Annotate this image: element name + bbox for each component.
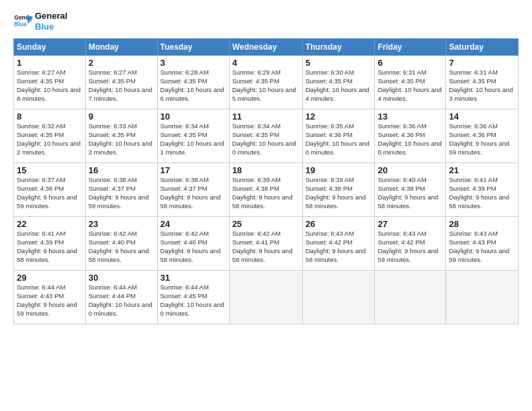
day-number: 24 xyxy=(161,219,226,229)
header-cell-sunday: Sunday xyxy=(14,39,86,56)
day-number: 4 xyxy=(232,58,300,68)
calendar-cell: 11 Sunrise: 6:34 AM Sunset: 4:35 PM Dayl… xyxy=(229,109,302,163)
calendar-cell: 5 Sunrise: 6:30 AM Sunset: 4:35 PM Dayli… xyxy=(302,56,375,109)
day-number: 19 xyxy=(306,165,372,175)
svg-text:Blue: Blue xyxy=(14,21,27,28)
day-number: 12 xyxy=(306,111,372,122)
day-info: Sunrise: 6:38 AM Sunset: 4:37 PM Dayligh… xyxy=(89,176,154,210)
day-number: 15 xyxy=(17,165,83,175)
calendar-cell: 3 Sunrise: 6:28 AM Sunset: 4:35 PM Dayli… xyxy=(157,56,229,109)
day-number: 3 xyxy=(161,58,226,68)
day-number: 1 xyxy=(17,58,83,68)
day-number: 10 xyxy=(161,111,226,122)
day-info: Sunrise: 6:31 AM Sunset: 4:35 PM Dayligh… xyxy=(378,68,443,103)
calendar-cell xyxy=(446,271,519,324)
calendar-cell: 8 Sunrise: 6:32 AM Sunset: 4:35 PM Dayli… xyxy=(14,109,86,163)
header-cell-thursday: Thursday xyxy=(302,39,375,56)
day-info: Sunrise: 6:44 AM Sunset: 4:45 PM Dayligh… xyxy=(161,283,226,318)
day-info: Sunrise: 6:38 AM Sunset: 4:37 PM Dayligh… xyxy=(161,176,226,210)
day-info: Sunrise: 6:31 AM Sunset: 4:35 PM Dayligh… xyxy=(449,68,515,103)
day-number: 8 xyxy=(17,111,83,122)
calendar-cell: 13 Sunrise: 6:36 AM Sunset: 4:36 PM Dayl… xyxy=(375,109,446,163)
day-info: Sunrise: 6:32 AM Sunset: 4:35 PM Dayligh… xyxy=(17,122,83,156)
day-number: 20 xyxy=(378,165,443,175)
calendar-cell: 16 Sunrise: 6:38 AM Sunset: 4:37 PM Dayl… xyxy=(85,163,157,217)
header-cell-tuesday: Tuesday xyxy=(157,39,229,56)
day-info: Sunrise: 6:33 AM Sunset: 4:35 PM Dayligh… xyxy=(89,122,154,156)
day-info: Sunrise: 6:42 AM Sunset: 4:40 PM Dayligh… xyxy=(161,230,226,264)
calendar-week-row: 15 Sunrise: 6:37 AM Sunset: 4:36 PM Dayl… xyxy=(14,163,519,217)
calendar-cell: 21 Sunrise: 6:41 AM Sunset: 4:39 PM Dayl… xyxy=(446,163,519,217)
day-info: Sunrise: 6:35 AM Sunset: 4:36 PM Dayligh… xyxy=(306,122,372,156)
day-number: 26 xyxy=(306,219,372,229)
day-info: Sunrise: 6:43 AM Sunset: 4:42 PM Dayligh… xyxy=(378,230,443,264)
calendar-cell: 27 Sunrise: 6:43 AM Sunset: 4:42 PM Dayl… xyxy=(375,217,446,271)
day-number: 31 xyxy=(161,273,226,283)
day-info: Sunrise: 6:42 AM Sunset: 4:41 PM Dayligh… xyxy=(232,230,300,264)
calendar-body: 1 Sunrise: 6:27 AM Sunset: 4:35 PM Dayli… xyxy=(14,56,519,324)
calendar-week-row: 8 Sunrise: 6:32 AM Sunset: 4:35 PM Dayli… xyxy=(14,109,519,163)
calendar-week-row: 29 Sunrise: 6:44 AM Sunset: 4:43 PM Dayl… xyxy=(14,271,519,324)
calendar-cell: 24 Sunrise: 6:42 AM Sunset: 4:40 PM Dayl… xyxy=(157,217,229,271)
day-number: 18 xyxy=(232,165,300,175)
header: General Blue General Blue xyxy=(13,11,519,32)
calendar-cell xyxy=(302,271,375,324)
calendar-cell: 15 Sunrise: 6:37 AM Sunset: 4:36 PM Dayl… xyxy=(14,163,86,217)
page: General Blue General Blue SundayMondayTu… xyxy=(0,0,532,411)
day-number: 25 xyxy=(232,219,300,229)
calendar-week-row: 22 Sunrise: 6:41 AM Sunset: 4:39 PM Dayl… xyxy=(14,217,519,271)
calendar-cell: 25 Sunrise: 6:42 AM Sunset: 4:41 PM Dayl… xyxy=(229,217,302,271)
calendar-cell: 20 Sunrise: 6:40 AM Sunset: 4:38 PM Dayl… xyxy=(375,163,446,217)
day-info: Sunrise: 6:27 AM Sunset: 4:35 PM Dayligh… xyxy=(17,68,83,103)
logo-text: General Blue xyxy=(35,11,67,32)
day-info: Sunrise: 6:41 AM Sunset: 4:39 PM Dayligh… xyxy=(17,230,83,264)
day-info: Sunrise: 6:34 AM Sunset: 4:35 PM Dayligh… xyxy=(232,122,300,156)
calendar-cell: 1 Sunrise: 6:27 AM Sunset: 4:35 PM Dayli… xyxy=(14,56,86,109)
day-info: Sunrise: 6:44 AM Sunset: 4:43 PM Dayligh… xyxy=(17,283,83,318)
day-number: 7 xyxy=(449,58,515,68)
calendar-cell: 10 Sunrise: 6:34 AM Sunset: 4:35 PM Dayl… xyxy=(157,109,229,163)
day-info: Sunrise: 6:40 AM Sunset: 4:38 PM Dayligh… xyxy=(378,176,443,210)
header-cell-wednesday: Wednesday xyxy=(229,39,302,56)
day-number: 30 xyxy=(89,273,154,283)
calendar-cell: 6 Sunrise: 6:31 AM Sunset: 4:35 PM Dayli… xyxy=(375,56,446,109)
calendar-week-row: 1 Sunrise: 6:27 AM Sunset: 4:35 PM Dayli… xyxy=(14,56,519,109)
day-number: 21 xyxy=(449,165,515,175)
day-info: Sunrise: 6:39 AM Sunset: 4:38 PM Dayligh… xyxy=(306,176,372,210)
day-number: 17 xyxy=(161,165,226,175)
day-number: 16 xyxy=(89,165,154,175)
calendar-cell: 31 Sunrise: 6:44 AM Sunset: 4:45 PM Dayl… xyxy=(157,271,229,324)
day-number: 23 xyxy=(89,219,154,229)
calendar-cell xyxy=(375,271,446,324)
day-info: Sunrise: 6:43 AM Sunset: 4:42 PM Dayligh… xyxy=(306,230,372,264)
calendar-cell: 28 Sunrise: 6:43 AM Sunset: 4:43 PM Dayl… xyxy=(446,217,519,271)
day-info: Sunrise: 6:30 AM Sunset: 4:35 PM Dayligh… xyxy=(306,68,372,103)
calendar-cell: 9 Sunrise: 6:33 AM Sunset: 4:35 PM Dayli… xyxy=(85,109,157,163)
logo: General Blue General Blue xyxy=(13,11,67,32)
day-info: Sunrise: 6:42 AM Sunset: 4:40 PM Dayligh… xyxy=(89,230,154,264)
day-number: 22 xyxy=(17,219,83,229)
day-info: Sunrise: 6:39 AM Sunset: 4:38 PM Dayligh… xyxy=(232,176,300,210)
day-info: Sunrise: 6:44 AM Sunset: 4:44 PM Dayligh… xyxy=(89,283,154,318)
day-number: 29 xyxy=(17,273,83,283)
day-info: Sunrise: 6:36 AM Sunset: 4:36 PM Dayligh… xyxy=(449,122,515,156)
day-info: Sunrise: 6:36 AM Sunset: 4:36 PM Dayligh… xyxy=(378,122,443,156)
day-info: Sunrise: 6:43 AM Sunset: 4:43 PM Dayligh… xyxy=(449,230,515,264)
calendar-cell: 26 Sunrise: 6:43 AM Sunset: 4:42 PM Dayl… xyxy=(302,217,375,271)
calendar-cell: 22 Sunrise: 6:41 AM Sunset: 4:39 PM Dayl… xyxy=(14,217,86,271)
calendar-cell: 12 Sunrise: 6:35 AM Sunset: 4:36 PM Dayl… xyxy=(302,109,375,163)
day-info: Sunrise: 6:41 AM Sunset: 4:39 PM Dayligh… xyxy=(449,176,515,210)
day-info: Sunrise: 6:27 AM Sunset: 4:35 PM Dayligh… xyxy=(89,68,154,103)
calendar-cell xyxy=(229,271,302,324)
day-number: 6 xyxy=(378,58,443,68)
calendar-cell: 23 Sunrise: 6:42 AM Sunset: 4:40 PM Dayl… xyxy=(85,217,157,271)
day-number: 14 xyxy=(449,111,515,122)
calendar-cell: 17 Sunrise: 6:38 AM Sunset: 4:37 PM Dayl… xyxy=(157,163,229,217)
calendar-cell: 18 Sunrise: 6:39 AM Sunset: 4:38 PM Dayl… xyxy=(229,163,302,217)
calendar-cell: 29 Sunrise: 6:44 AM Sunset: 4:43 PM Dayl… xyxy=(14,271,86,324)
header-cell-saturday: Saturday xyxy=(446,39,519,56)
calendar-header-row: SundayMondayTuesdayWednesdayThursdayFrid… xyxy=(14,39,519,56)
day-number: 27 xyxy=(378,219,443,229)
header-cell-monday: Monday xyxy=(85,39,157,56)
header-cell-friday: Friday xyxy=(375,39,446,56)
